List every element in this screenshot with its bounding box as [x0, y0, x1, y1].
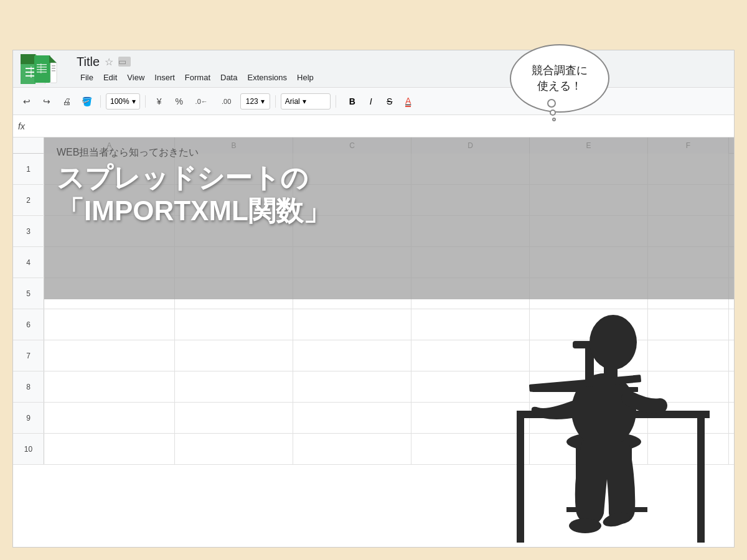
- cell-a6[interactable]: [44, 309, 175, 340]
- cell-b4[interactable]: [175, 247, 293, 278]
- cell-e2[interactable]: [530, 185, 648, 215]
- menu-format[interactable]: Format: [181, 72, 214, 83]
- menu-file[interactable]: File: [77, 72, 97, 83]
- cell-c1[interactable]: [293, 154, 411, 184]
- cell-a3[interactable]: [44, 216, 175, 246]
- cell-f10[interactable]: [648, 434, 729, 464]
- cell-b6[interactable]: [175, 309, 293, 340]
- cell-e9[interactable]: [530, 403, 648, 433]
- cell-d9[interactable]: [411, 403, 530, 433]
- svg-rect-13: [37, 67, 47, 68]
- cell-f8[interactable]: [648, 371, 729, 402]
- cell-c9[interactable]: [293, 403, 411, 433]
- currency-button[interactable]: ¥: [151, 93, 168, 110]
- cell-d2[interactable]: [411, 185, 530, 215]
- menu-data[interactable]: Data: [217, 72, 241, 83]
- star-icon[interactable]: ☆: [105, 56, 113, 68]
- toolbar: ↩ ↪ 🖨 🪣 100% ▾ ¥ % .0← .00 123: [13, 88, 734, 115]
- cell-b5[interactable]: [175, 278, 293, 309]
- col-header-a[interactable]: A: [44, 138, 175, 154]
- cell-c7[interactable]: [293, 340, 411, 371]
- cell-d3[interactable]: [411, 216, 530, 246]
- cell-a10[interactable]: [44, 434, 175, 464]
- cell-e4[interactable]: [530, 247, 648, 278]
- strikethrough-button[interactable]: S: [381, 93, 398, 110]
- cell-f3[interactable]: [648, 216, 729, 246]
- document-title[interactable]: Title: [77, 55, 100, 69]
- cell-b1[interactable]: [175, 154, 293, 184]
- cell-f1[interactable]: [648, 154, 729, 184]
- menu-edit[interactable]: Edit: [100, 72, 121, 83]
- cell-a4[interactable]: [44, 247, 175, 278]
- italic-button[interactable]: I: [362, 93, 380, 110]
- cell-d5[interactable]: [411, 278, 530, 309]
- cell-e7[interactable]: [530, 340, 648, 371]
- zoom-select[interactable]: 100% ▾: [106, 93, 140, 110]
- cell-a9[interactable]: [44, 403, 175, 433]
- svg-rect-14: [37, 69, 47, 70]
- col-header-c[interactable]: C: [293, 138, 411, 154]
- cell-e5[interactable]: [530, 278, 648, 309]
- svg-rect-15: [37, 72, 47, 73]
- menu-view[interactable]: View: [123, 72, 148, 83]
- cell-b10[interactable]: [175, 434, 293, 464]
- row-num-6: 6: [13, 309, 44, 340]
- cell-f5[interactable]: [648, 278, 729, 309]
- font-select[interactable]: Arial ▾: [281, 93, 331, 110]
- cell-b7[interactable]: [175, 340, 293, 371]
- cell-c3[interactable]: [293, 216, 411, 246]
- cell-e10[interactable]: [530, 434, 648, 464]
- cell-c8[interactable]: [293, 371, 411, 402]
- cell-d7[interactable]: [411, 340, 530, 371]
- paint-format-button[interactable]: 🪣: [78, 93, 95, 110]
- number-format-button[interactable]: 123 ▾: [240, 93, 270, 110]
- menu-insert[interactable]: Insert: [151, 72, 179, 83]
- cell-d1[interactable]: [411, 154, 530, 184]
- undo-button[interactable]: ↩: [18, 93, 35, 110]
- percent-button[interactable]: %: [171, 93, 188, 110]
- menu-extensions[interactable]: Extensions: [243, 72, 291, 83]
- formula-input[interactable]: [30, 121, 729, 131]
- cell-e8[interactable]: [530, 371, 648, 402]
- cell-a1[interactable]: [44, 154, 175, 184]
- cell-b3[interactable]: [175, 216, 293, 246]
- print-button[interactable]: 🖨: [58, 93, 75, 110]
- folder-icon[interactable]: ▭: [118, 57, 131, 67]
- cell-c10[interactable]: [293, 434, 411, 464]
- cell-c4[interactable]: [293, 247, 411, 278]
- cell-f7[interactable]: [648, 340, 729, 371]
- cell-e3[interactable]: [530, 216, 648, 246]
- col-header-e[interactable]: E: [530, 138, 648, 154]
- redo-button[interactable]: ↪: [38, 93, 55, 110]
- cell-c5[interactable]: [293, 278, 411, 309]
- menu-help[interactable]: Help: [293, 72, 317, 83]
- cell-e1[interactable]: [530, 154, 648, 184]
- col-header-f[interactable]: F: [648, 138, 729, 154]
- cell-d10[interactable]: [411, 434, 530, 464]
- cell-d6[interactable]: [411, 309, 530, 340]
- decrease-decimal-button[interactable]: .0←: [190, 93, 213, 110]
- cell-f9[interactable]: [648, 403, 729, 433]
- bold-button[interactable]: B: [344, 93, 361, 110]
- cell-a5[interactable]: [44, 278, 175, 309]
- table-row: 4: [13, 247, 734, 278]
- increase-decimal-button[interactable]: .00: [215, 93, 238, 110]
- cell-e6[interactable]: [530, 309, 648, 340]
- cell-f6[interactable]: [648, 309, 729, 340]
- cell-a2[interactable]: [44, 185, 175, 215]
- cell-a8[interactable]: [44, 371, 175, 402]
- cell-c2[interactable]: [293, 185, 411, 215]
- cell-b9[interactable]: [175, 403, 293, 433]
- col-header-d[interactable]: D: [411, 138, 530, 154]
- cell-a7[interactable]: [44, 340, 175, 371]
- cell-f4[interactable]: [648, 247, 729, 278]
- cell-d8[interactable]: [411, 371, 530, 402]
- cell-d4[interactable]: [411, 247, 530, 278]
- svg-rect-10: [52, 68, 55, 69]
- underline-button[interactable]: A: [400, 93, 417, 110]
- cell-f2[interactable]: [648, 185, 729, 215]
- cell-b2[interactable]: [175, 185, 293, 215]
- cell-c6[interactable]: [293, 309, 411, 340]
- cell-b8[interactable]: [175, 371, 293, 402]
- col-header-b[interactable]: B: [175, 138, 293, 154]
